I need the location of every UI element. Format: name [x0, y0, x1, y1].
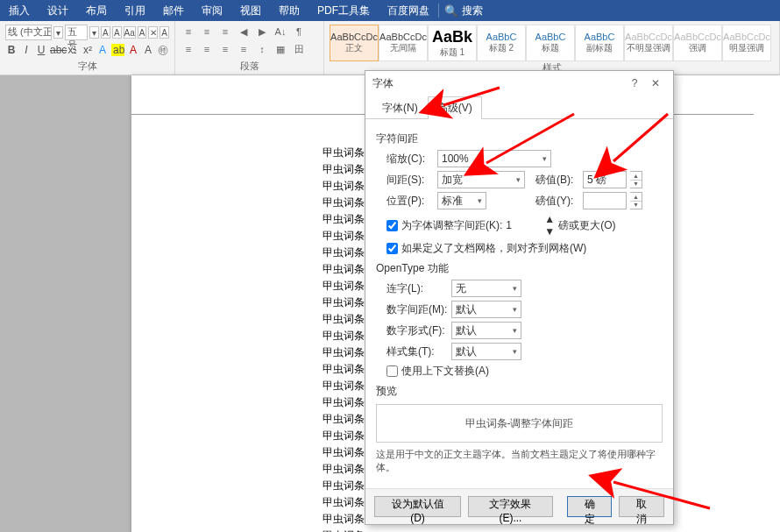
chevron-down-icon: ▾: [513, 284, 517, 293]
menu-tab[interactable]: 插入: [0, 0, 39, 21]
position-label: 位置(P):: [386, 194, 434, 209]
spacing-combo[interactable]: 加宽▾: [437, 171, 525, 188]
font-color-icon[interactable]: A: [127, 44, 139, 56]
style-gallery: AaBbCcDc正文 AaBbCcDc无间隔 AaBk标题 1 AaBbC标题 …: [330, 25, 774, 61]
style-tile-normal[interactable]: AaBbCcDc正文: [330, 25, 379, 61]
show-marks-icon[interactable]: ¶: [291, 25, 307, 39]
ribbon-group-styles: AaBbCcDc正文 AaBbCcDc无间隔 AaBk标题 1 AaBbC标题 …: [324, 21, 780, 74]
font-name-select[interactable]: 线 (中文正文: [5, 25, 52, 40]
font-size-select[interactable]: 五号: [65, 25, 89, 40]
cancel-button[interactable]: 取消: [619, 496, 664, 517]
shading-icon[interactable]: ▦: [273, 42, 288, 56]
ligatures-combo[interactable]: 无▾: [451, 280, 521, 297]
phonetic-guide-icon[interactable]: A: [138, 26, 147, 39]
tab-advanced[interactable]: 高级(V): [428, 96, 482, 119]
menu-tab[interactable]: 审阅: [193, 0, 231, 21]
grow-font-icon[interactable]: A: [101, 26, 110, 39]
style-tile[interactable]: AaBbCcDc不明显强调: [624, 25, 673, 61]
char-border-icon[interactable]: A: [160, 26, 169, 39]
spin-down-icon[interactable]: ▼: [544, 225, 555, 238]
spin-down-icon[interactable]: ▼: [630, 181, 642, 188]
style-tile-title[interactable]: AaBbC标题: [526, 25, 575, 61]
spacing-by-spinner[interactable]: ▲▼: [630, 171, 642, 188]
decrease-indent-icon[interactable]: ◀: [236, 25, 252, 39]
numform-combo[interactable]: 默认▾: [451, 322, 521, 339]
set-default-button[interactable]: 设为默认值(D): [374, 496, 461, 517]
document-text-line: 甲虫词条: [323, 479, 365, 493]
style-tile-heading2[interactable]: AaBbC标题 2: [477, 25, 526, 61]
menu-tab[interactable]: 帮助: [270, 0, 308, 21]
numspacing-combo[interactable]: 默认▾: [451, 301, 521, 318]
menu-separator: [438, 4, 439, 18]
text-effects-button[interactable]: 文字效果(E)...: [468, 496, 553, 517]
menu-tab[interactable]: 邮件: [154, 0, 193, 21]
styleset-combo[interactable]: 默认▾: [451, 343, 521, 360]
bold-button[interactable]: B: [5, 44, 18, 56]
style-tile[interactable]: AaBbCcDc强调: [673, 25, 722, 61]
increase-indent-icon[interactable]: ▶: [254, 25, 270, 39]
highlight-icon[interactable]: ab: [111, 44, 124, 56]
justify-icon[interactable]: ≡: [236, 42, 252, 56]
bullets-icon[interactable]: ≡: [181, 25, 196, 39]
section-opentype: OpenType 功能: [376, 261, 663, 276]
close-icon[interactable]: ✕: [645, 77, 666, 89]
search-icon[interactable]: 🔍: [444, 4, 458, 18]
document-text-line: 甲虫词条: [323, 445, 365, 460]
font-dialog: 字体 ? ✕ 字体(N) 高级(V) 字符间距 缩放(C): 100%▾ 间距(…: [365, 70, 674, 525]
align-left-icon[interactable]: ≡: [181, 42, 196, 56]
borders-icon[interactable]: 田: [291, 42, 307, 56]
menu-tab[interactable]: PDF工具集: [308, 0, 379, 21]
spin-down-icon[interactable]: ▼: [630, 202, 642, 209]
kerning-label: 为字体调整字间距(K):: [401, 218, 502, 233]
clear-format-icon[interactable]: ✕: [148, 26, 158, 39]
shrink-font-icon[interactable]: A: [112, 26, 122, 39]
context-alt-checkbox[interactable]: [386, 365, 398, 377]
font-size-dropdown-icon[interactable]: ▾: [89, 26, 99, 39]
search-label[interactable]: 搜索: [462, 4, 483, 18]
align-center-icon[interactable]: ≡: [199, 42, 215, 56]
dialog-body: 字符间距 缩放(C): 100%▾ 间距(S): 加宽▾ 磅值(B): 5 磅 …: [365, 119, 673, 488]
style-tile-heading1[interactable]: AaBk标题 1: [428, 25, 477, 61]
document-text-line: 甲虫词条: [323, 295, 365, 310]
snap-grid-checkbox[interactable]: [386, 243, 398, 254]
align-right-icon[interactable]: ≡: [217, 42, 233, 56]
change-case-icon[interactable]: Aa: [124, 26, 136, 39]
style-tile[interactable]: AaBbCcDc明显强调: [722, 25, 771, 61]
sort-icon[interactable]: A↓: [273, 25, 288, 39]
spin-up-icon[interactable]: ▲: [544, 213, 555, 225]
line-spacing-icon[interactable]: ↕: [254, 42, 270, 56]
font-name-dropdown-icon[interactable]: ▾: [53, 26, 63, 39]
numbering-icon[interactable]: ≡: [199, 25, 215, 39]
multilevel-icon[interactable]: ≡: [217, 25, 233, 39]
style-tile[interactable]: AaBbCcDc无间隔: [379, 25, 428, 61]
position-by-spinner[interactable]: ▲▼: [630, 192, 642, 209]
menu-tab[interactable]: 视图: [231, 0, 270, 21]
menu-tab[interactable]: 引用: [116, 0, 154, 21]
spacing-by-label: 磅值(B):: [535, 173, 579, 188]
superscript-button[interactable]: x²: [82, 44, 94, 56]
menu-tab[interactable]: 布局: [77, 0, 116, 21]
enclose-char-icon[interactable]: ㊕: [157, 43, 169, 58]
underline-button[interactable]: U: [35, 44, 47, 56]
kerning-spinner[interactable]: ▲▼: [544, 213, 555, 238]
kerning-checkbox[interactable]: [386, 220, 398, 231]
spacing-by-input[interactable]: 5 磅: [583, 171, 627, 188]
scale-combo[interactable]: 100%▾: [437, 150, 551, 167]
strikethrough-button[interactable]: abc: [50, 44, 64, 56]
menu-tab[interactable]: 百度网盘: [379, 0, 438, 21]
position-combo[interactable]: 标准▾: [437, 192, 486, 209]
style-tile-subtitle[interactable]: AaBbC副标题: [575, 25, 624, 61]
spin-up-icon[interactable]: ▲: [630, 172, 642, 181]
kerning-value-input[interactable]: 1: [506, 219, 541, 231]
help-icon[interactable]: ?: [624, 77, 645, 89]
tab-font[interactable]: 字体(N): [372, 96, 428, 119]
spin-up-icon[interactable]: ▲: [630, 193, 642, 202]
position-by-input[interactable]: [583, 192, 627, 209]
char-shading-icon[interactable]: A: [142, 44, 154, 56]
subscript-button[interactable]: x₂: [67, 44, 79, 56]
ok-button[interactable]: 确定: [567, 496, 613, 517]
text-effects-icon[interactable]: A: [96, 44, 109, 56]
document-text-line: 甲虫词条: [323, 279, 365, 294]
italic-button[interactable]: I: [20, 44, 32, 56]
menu-tab[interactable]: 设计: [39, 0, 77, 21]
